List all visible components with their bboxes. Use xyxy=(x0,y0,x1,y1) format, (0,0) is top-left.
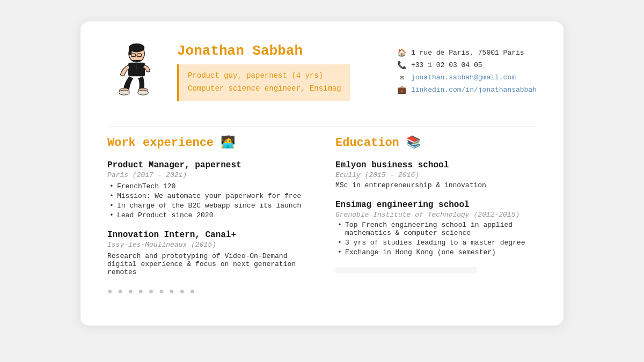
school-name-2: Ensimag engineering school xyxy=(335,200,537,210)
job-desc-2: Research and prototyping of Video-On-Dem… xyxy=(107,252,309,276)
bullet-item: Mission: We automate your paperwork for … xyxy=(107,192,309,200)
school-block-1: Emlyon business school Ecully (2015 - 20… xyxy=(335,160,537,189)
education-more-partial xyxy=(335,267,477,274)
education-column: Education 📚 Emlyon business school Ecull… xyxy=(335,135,537,304)
school-name-1: Emlyon business school xyxy=(335,160,537,170)
bullet-item: Exchange in Hong Kong (one semester) xyxy=(335,248,537,256)
bullet-item: 3 yrs of studies leading to a master deg… xyxy=(335,239,537,247)
email-icon: ✉️ xyxy=(397,73,407,82)
svg-point-10 xyxy=(119,90,130,95)
school-bullets-2: Top French engineering school in applied… xyxy=(335,221,537,256)
school-block-2: Ensimag engineering school Grenoble Inst… xyxy=(335,200,537,256)
header-info: Jonathan Sabbah Product guy, papernest (… xyxy=(177,43,381,101)
work-experience-column: Work experience 🧑‍💻 Product Manager, pap… xyxy=(107,135,309,304)
school-location-1: Ecully (2015 - 2016) xyxy=(335,171,537,179)
job-block-2: Innovation Intern, Canal+ Issy-les-Mouli… xyxy=(107,230,309,276)
resume-card: Jonathan Sabbah Product guy, papernest (… xyxy=(80,21,564,326)
school-location-2: Grenoble Institute of Technology (2012-2… xyxy=(335,211,537,219)
avatar-area xyxy=(107,43,161,105)
linkedin-icon: 💼 xyxy=(397,85,407,94)
contact-email: ✉️ jonathan.sabbah@gmail.com xyxy=(397,73,537,82)
job-block-3-partial: ● ● ● ● ● ● ● ● ● xyxy=(107,287,309,293)
job-location-2: Issy-les-Moulineaux (2015) xyxy=(107,241,309,249)
job-title-3-partial: ● ● ● ● ● ● ● ● ● xyxy=(107,287,309,293)
page-wrapper: Jonathan Sabbah Product guy, papernest (… xyxy=(0,21,644,362)
work-section-icon: 🧑‍💻 xyxy=(221,136,235,150)
bullet-item: Lead Product since 2020 xyxy=(107,211,309,219)
job-bullets-1: FrenchTech 120 Mission: We automate your… xyxy=(107,182,309,219)
svg-point-11 xyxy=(137,90,148,95)
education-section-icon: 📚 xyxy=(406,136,421,150)
contact-info: 🏠 1 rue de Paris, 75001 Paris 📞 +33 1 02… xyxy=(397,43,537,94)
contact-address: 🏠 1 rue de Paris, 75001 Paris xyxy=(397,48,537,57)
bullet-item: Top French engineering school in applied… xyxy=(335,221,537,237)
school-desc-1: MSc in entrepreneurship & innovation xyxy=(335,181,537,189)
job-location-1: Paris (2017 - 2021) xyxy=(107,171,309,179)
phone-icon: 📞 xyxy=(397,61,407,70)
header-section: Jonathan Sabbah Product guy, papernest (… xyxy=(107,43,537,105)
person-name: Jonathan Sabbah xyxy=(177,43,381,59)
linkedin-link[interactable]: linkedin.com/in/jonathansabbah xyxy=(411,86,537,94)
job-block-1: Product Manager, papernest Paris (2017 -… xyxy=(107,160,309,219)
address-icon: 🏠 xyxy=(397,48,407,57)
avatar-illustration xyxy=(107,43,161,102)
body-section: Work experience 🧑‍💻 Product Manager, pap… xyxy=(107,135,537,304)
contact-linkedin: 💼 linkedin.com/in/jonathansabbah xyxy=(397,85,537,94)
job-title-1: Product Manager, papernest xyxy=(107,160,309,170)
email-link[interactable]: jonathan.sabbah@gmail.com xyxy=(411,73,516,82)
bullet-item: FrenchTech 120 xyxy=(107,182,309,190)
bullet-item: In charge of the B2C webapp since its la… xyxy=(107,202,309,210)
contact-phone: 📞 +33 1 02 03 04 05 xyxy=(397,61,537,70)
job-title-2: Innovation Intern, Canal+ xyxy=(107,230,309,240)
work-section-title: Work experience 🧑‍💻 xyxy=(107,135,309,150)
tagline-line1: Product guy, papernest (4 yrs) xyxy=(188,70,341,83)
tagline-line2: Computer science engineer, Ensimag xyxy=(188,83,341,95)
tagline-box: Product guy, papernest (4 yrs) Computer … xyxy=(177,64,350,101)
education-section-title: Education 📚 xyxy=(335,135,537,150)
svg-rect-2 xyxy=(129,48,132,55)
page-footer: GRIDFITI gridfiti.com xyxy=(0,359,644,362)
divider xyxy=(107,126,537,127)
